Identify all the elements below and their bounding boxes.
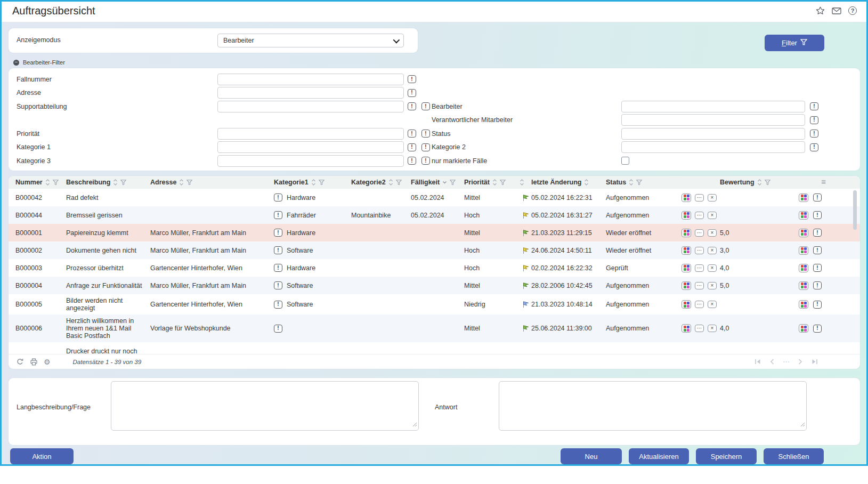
filter-input-kategorie-3[interactable] xyxy=(217,155,404,167)
detail-lookup-icon[interactable]: ! xyxy=(813,301,822,309)
column-funnel-icon[interactable] xyxy=(636,180,642,185)
ellipsis-icon[interactable]: ⋯ xyxy=(695,229,704,237)
case-grid-icon[interactable] xyxy=(799,229,808,237)
speichern-button[interactable]: Speichern xyxy=(696,448,757,464)
column-funnel-icon[interactable] xyxy=(53,180,59,185)
close-x-icon[interactable]: × xyxy=(708,282,717,289)
sort-icon[interactable] xyxy=(388,179,393,186)
lookup-icon[interactable]: ! xyxy=(408,75,416,83)
case-grid-icon[interactable] xyxy=(799,300,808,309)
sort-icon[interactable] xyxy=(179,179,184,186)
refresh-icon[interactable] xyxy=(16,358,24,366)
mail-icon[interactable] xyxy=(832,7,841,14)
kategorie-lookup-icon[interactable]: ! xyxy=(274,301,282,309)
table-row[interactable]: B000004Anfrage zur FunktionalitätMarco M… xyxy=(9,277,860,294)
settings-gear-icon[interactable]: ⚙ xyxy=(44,358,51,366)
column-header-nummer[interactable]: Nummer xyxy=(15,179,66,186)
column-funnel-icon[interactable] xyxy=(500,180,506,185)
column-funnel-icon[interactable] xyxy=(396,180,402,185)
filter-input-bearbeiter[interactable] xyxy=(621,101,805,112)
sort-icon[interactable] xyxy=(113,179,118,186)
neu-button[interactable]: Neu xyxy=(561,448,622,464)
antwort-textarea[interactable] xyxy=(499,381,807,431)
table-row[interactable]: B000044Bremsseil gerissen!FahrräderMount… xyxy=(9,206,860,224)
kategorie-lookup-icon[interactable]: ! xyxy=(274,211,282,219)
sort-icon[interactable] xyxy=(757,179,762,186)
more-pages-icon[interactable]: ⋯ xyxy=(783,358,790,365)
lookup-icon[interactable]: ! xyxy=(408,130,416,138)
case-grid-icon[interactable] xyxy=(682,281,691,290)
lookup-icon[interactable]: ! xyxy=(408,102,416,110)
table-row[interactable]: B000001Papiereinzug klemmtMarco Müller, … xyxy=(9,224,860,241)
kategorie-lookup-icon[interactable]: ! xyxy=(274,246,282,254)
ellipsis-icon[interactable]: ⋯ xyxy=(695,301,704,308)
table-scrollbar-thumb[interactable] xyxy=(853,190,857,230)
flag-yellow-icon[interactable] xyxy=(522,212,529,219)
table-row[interactable]: B000005Bilder werden nicht angezeigtGart… xyxy=(9,294,860,314)
filter-input-kategorie-1[interactable] xyxy=(217,141,404,153)
close-x-icon[interactable]: × xyxy=(708,264,717,272)
ellipsis-icon[interactable]: ⋯ xyxy=(695,247,704,254)
close-x-icon[interactable]: × xyxy=(708,212,717,219)
filter-input-status[interactable] xyxy=(621,128,805,140)
aktion-button[interactable]: Aktion xyxy=(10,448,74,464)
sort-icon[interactable] xyxy=(442,180,447,184)
detail-lookup-icon[interactable]: ! xyxy=(813,281,822,289)
close-x-icon[interactable]: × xyxy=(708,229,717,237)
table-row[interactable]: B000002Dokumente gehen nichtMarco Müller… xyxy=(9,241,860,259)
column-funnel-icon[interactable] xyxy=(186,180,192,185)
case-grid-icon[interactable] xyxy=(799,193,808,202)
lookup-icon[interactable]: ! xyxy=(408,157,416,165)
last-page-icon[interactable] xyxy=(811,359,818,365)
column-funnel-icon[interactable] xyxy=(765,180,770,185)
sort-icon[interactable] xyxy=(520,179,524,186)
lookup-icon[interactable]: ! xyxy=(810,102,818,110)
table-row[interactable]: Drucker druckt nur noch xyxy=(9,342,860,354)
help-icon[interactable]: ? xyxy=(848,6,857,15)
case-grid-icon[interactable] xyxy=(799,264,808,272)
case-grid-icon[interactable] xyxy=(682,246,691,255)
prev-page-icon[interactable] xyxy=(770,359,774,365)
ellipsis-icon[interactable]: ⋯ xyxy=(695,282,704,289)
filter-input-supportabteilung[interactable] xyxy=(217,101,404,112)
detail-lookup-icon[interactable]: ! xyxy=(813,193,822,201)
flag-blue-icon[interactable] xyxy=(522,301,529,308)
kategorie-lookup-icon[interactable]: ! xyxy=(274,325,282,333)
lookup-icon[interactable]: ! xyxy=(421,143,430,151)
markierte-faelle-checkbox[interactable] xyxy=(621,157,629,165)
close-x-icon[interactable]: × xyxy=(708,194,717,201)
case-grid-icon[interactable] xyxy=(799,246,808,255)
flag-yellow-icon[interactable] xyxy=(522,264,529,272)
column-header-7[interactable] xyxy=(520,179,531,186)
flag-green-icon[interactable] xyxy=(522,282,529,289)
kategorie-lookup-icon[interactable]: ! xyxy=(274,264,282,272)
star-icon[interactable] xyxy=(816,6,825,15)
column-header-beschreibung[interactable]: Beschreibung xyxy=(66,179,150,186)
column-funnel-icon[interactable] xyxy=(120,180,126,185)
table-row[interactable]: B000003Prozessor überhitztGartencenter H… xyxy=(9,259,860,277)
filter-button[interactable]: Filter xyxy=(765,35,824,51)
table-row[interactable]: B000006Herzlich willkommen in Ihrem neue… xyxy=(9,314,860,342)
detail-lookup-icon[interactable]: ! xyxy=(813,246,822,254)
filter-input-fallnummer[interactable] xyxy=(217,74,404,85)
aktualisieren-button[interactable]: Aktualisieren xyxy=(629,448,689,464)
case-grid-icon[interactable] xyxy=(682,324,691,333)
column-header-bewertung[interactable]: Bewertung xyxy=(720,179,798,186)
case-grid-icon[interactable] xyxy=(799,281,808,290)
table-row[interactable]: B000042Rad defekt!Hardware05.02.2024Mitt… xyxy=(9,189,860,206)
flag-green-icon[interactable] xyxy=(522,325,529,332)
flag-green-icon[interactable] xyxy=(522,194,529,201)
first-page-icon[interactable] xyxy=(754,359,761,365)
case-grid-icon[interactable] xyxy=(682,211,691,220)
ellipsis-icon[interactable]: ⋯ xyxy=(695,212,704,219)
schliessen-button[interactable]: Schließen xyxy=(764,448,824,464)
lookup-icon[interactable]: ! xyxy=(810,116,818,124)
sort-icon[interactable] xyxy=(45,179,50,186)
column-header-kategorie1[interactable]: Kategorie1 xyxy=(274,179,351,186)
anzeigemodus-select[interactable]: Bearbeiter xyxy=(217,34,404,47)
sort-icon[interactable] xyxy=(629,179,634,186)
flag-yellow-icon[interactable] xyxy=(522,247,529,254)
detail-lookup-icon[interactable]: ! xyxy=(813,211,822,219)
case-grid-icon[interactable] xyxy=(799,324,808,333)
filter-input-kategorie-2[interactable] xyxy=(621,141,805,153)
